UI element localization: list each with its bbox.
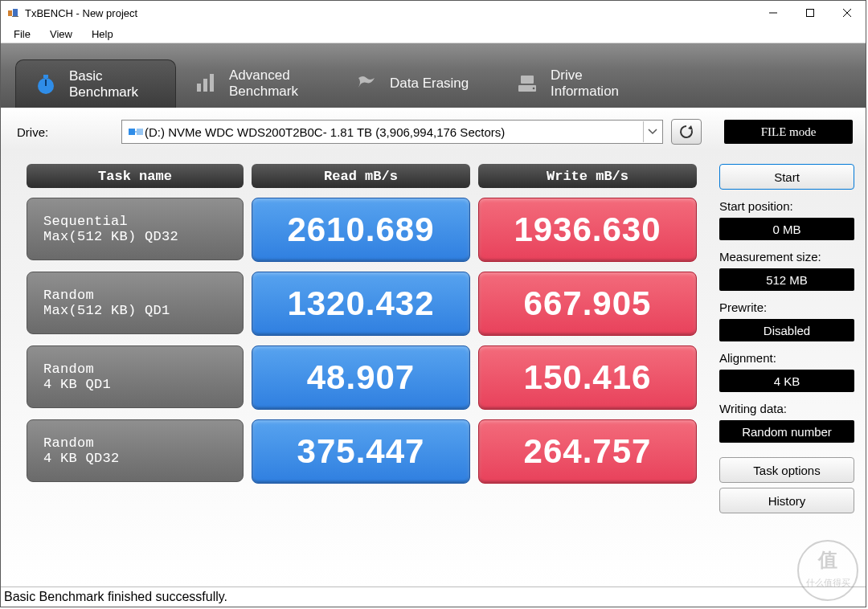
task-name: Random 4 KB QD32 xyxy=(27,419,244,482)
tab-erase-label: Data Erasing xyxy=(390,76,469,92)
svg-rect-4 xyxy=(807,10,814,17)
window-title: TxBENCH - New project xyxy=(25,7,137,19)
writing-data-label: Writing data: xyxy=(719,402,854,415)
drive-toolbar: Drive: (D:) NVMe WDC WDS200T2B0C- 1.81 T… xyxy=(1,108,866,149)
drive-select[interactable]: (D:) NVMe WDC WDS200T2B0C- 1.81 TB (3,90… xyxy=(121,120,663,144)
prewrite-label: Prewrite: xyxy=(719,300,854,314)
measurement-size-label: Measurement size: xyxy=(719,250,854,264)
status-text: Basic Benchmark finished successfully. xyxy=(4,590,227,604)
svg-text:什么值得买: 什么值得买 xyxy=(806,578,850,587)
drive-icon xyxy=(515,72,539,95)
task-name: Random Max(512 KB) QD1 xyxy=(27,272,244,334)
drive-select-value: (D:) NVMe WDC WDS200T2B0C- 1.81 TB (3,90… xyxy=(145,125,643,139)
main-content: Task name Read mB/s Write mB/s Sequentia… xyxy=(1,149,866,587)
menu-bar: File View Help xyxy=(1,25,866,43)
result-row: Sequential Max(512 KB) QD32 2610.689 193… xyxy=(27,198,697,262)
tab-drive-information[interactable]: Drive Information xyxy=(497,59,658,108)
refresh-icon xyxy=(678,124,694,140)
results-grid: Task name Read mB/s Write mB/s Sequentia… xyxy=(12,164,711,587)
read-value: 1320.432 xyxy=(252,272,470,336)
task-name: Random 4 KB QD1 xyxy=(27,345,244,408)
close-icon xyxy=(842,8,852,18)
tab-adv-line1: Advanced xyxy=(229,67,290,83)
tab-basic-line2: Benchmark xyxy=(69,84,138,100)
svg-text:值: 值 xyxy=(817,549,837,570)
start-position-value[interactable]: 0 MB xyxy=(719,218,854,240)
tab-basic-benchmark[interactable]: Basic Benchmark xyxy=(15,59,176,108)
write-value: 1936.630 xyxy=(478,198,697,262)
maximize-button[interactable] xyxy=(792,1,829,25)
read-value: 2610.689 xyxy=(252,198,470,262)
close-button[interactable] xyxy=(829,1,866,25)
tab-di-line1: Drive xyxy=(551,67,583,83)
read-value: 375.447 xyxy=(252,419,470,484)
measurement-size-value[interactable]: 512 MB xyxy=(719,268,854,291)
menu-file[interactable]: File xyxy=(4,27,40,42)
side-panel: Start Start position: 0 MB Measurement s… xyxy=(719,164,854,587)
svg-point-15 xyxy=(533,88,535,90)
tab-di-line2: Information xyxy=(551,84,619,99)
svg-rect-2 xyxy=(12,16,18,17)
app-icon xyxy=(7,6,20,19)
tab-adv-line2: Benchmark xyxy=(229,84,298,99)
result-row: Random 4 KB QD32 375.447 264.757 xyxy=(27,419,697,484)
minimize-button[interactable] xyxy=(755,1,792,25)
svg-rect-16 xyxy=(129,129,135,135)
tab-data-erasing[interactable]: Data Erasing xyxy=(337,59,497,108)
erase-icon xyxy=(354,73,379,94)
stopwatch-icon xyxy=(34,72,58,96)
main-tabs: Basic Benchmark Advanced Benchmark Data … xyxy=(1,43,866,108)
drive-label: Drive: xyxy=(17,125,113,139)
header-write: Write mB/s xyxy=(478,164,697,188)
svg-rect-12 xyxy=(210,74,214,92)
maximize-icon xyxy=(806,9,814,17)
svg-rect-10 xyxy=(197,84,201,92)
read-value: 48.907 xyxy=(252,345,470,410)
task-options-button[interactable]: Task options xyxy=(719,457,854,483)
start-button[interactable]: Start xyxy=(719,164,854,190)
tab-basic-line1: Basic xyxy=(69,68,103,84)
bar-chart-icon xyxy=(194,72,218,95)
alignment-value[interactable]: 4 KB xyxy=(719,370,854,392)
write-value: 150.416 xyxy=(478,345,697,410)
svg-rect-0 xyxy=(8,10,12,16)
svg-marker-19 xyxy=(688,125,693,130)
prewrite-value[interactable]: Disabled xyxy=(719,319,854,341)
app-window: TxBENCH - New project File View Help Bas… xyxy=(0,0,866,607)
write-value: 667.905 xyxy=(478,272,697,336)
watermark: 值 什么值得买 xyxy=(796,539,859,602)
svg-rect-14 xyxy=(521,76,534,84)
svg-rect-8 xyxy=(43,75,48,78)
svg-rect-1 xyxy=(13,9,18,16)
svg-rect-11 xyxy=(203,79,207,92)
header-task: Task name xyxy=(27,164,244,188)
results-header: Task name Read mB/s Write mB/s xyxy=(27,164,697,188)
menu-view[interactable]: View xyxy=(40,27,82,42)
write-value: 264.757 xyxy=(478,419,697,484)
chevron-down-icon xyxy=(643,121,661,142)
minimize-icon xyxy=(769,9,777,17)
task-name: Sequential Max(512 KB) QD32 xyxy=(27,198,244,260)
header-read: Read mB/s xyxy=(252,164,470,188)
history-button[interactable]: History xyxy=(719,488,854,513)
result-row: Random 4 KB QD1 48.907 150.416 xyxy=(27,345,697,410)
svg-rect-17 xyxy=(137,129,143,135)
result-row: Random Max(512 KB) QD1 1320.432 667.905 xyxy=(27,272,697,336)
disk-icon xyxy=(129,125,145,138)
tab-advanced-benchmark[interactable]: Advanced Benchmark xyxy=(176,59,337,108)
menu-help[interactable]: Help xyxy=(82,27,123,42)
file-mode-button[interactable]: FILE mode xyxy=(724,120,853,144)
start-position-label: Start position: xyxy=(719,199,854,213)
refresh-button[interactable] xyxy=(671,119,702,145)
status-bar: Basic Benchmark finished successfully. xyxy=(1,587,866,607)
alignment-label: Alignment: xyxy=(719,351,854,365)
window-titlebar: TxBENCH - New project xyxy=(1,1,866,25)
writing-data-value[interactable]: Random number xyxy=(719,420,854,443)
